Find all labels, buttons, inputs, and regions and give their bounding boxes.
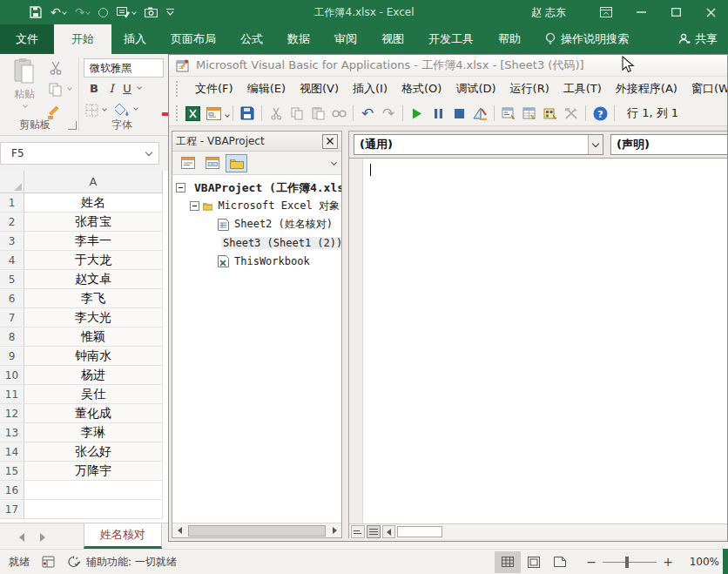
bold-button[interactable]: B (87, 82, 101, 95)
run-icon[interactable] (407, 103, 428, 124)
row-header[interactable]: 7 (0, 308, 24, 328)
save-icon[interactable] (237, 103, 258, 124)
menu-window[interactable]: 窗口(W) (684, 81, 727, 97)
menu-insert[interactable]: 插入(I) (346, 81, 394, 97)
row-header[interactable]: 1 (0, 193, 24, 213)
menu-addins[interactable]: 外接程序(A) (609, 81, 684, 97)
tree-item-excel-objects[interactable]: Microsoft Excel 对象 (172, 197, 341, 215)
page-layout-view-button[interactable] (521, 551, 547, 573)
tab-page-layout[interactable]: 页面布局 (158, 24, 228, 54)
design-mode-icon[interactable] (469, 103, 490, 124)
quick-edit-dropdown-icon[interactable] (132, 10, 138, 15)
share-button[interactable]: 共享 (678, 31, 718, 47)
cell[interactable] (24, 481, 163, 500)
procedure-view-button[interactable] (351, 525, 365, 538)
row-header[interactable]: 2 (0, 213, 24, 232)
properties-window-icon[interactable] (519, 103, 540, 124)
cell[interactable]: 于大龙 (24, 251, 163, 270)
project-scroll-up-icon[interactable] (331, 159, 337, 165)
cell[interactable]: 张么好 (24, 442, 163, 462)
cell[interactable] (24, 500, 163, 519)
circle-icon[interactable] (98, 4, 108, 20)
object-dropdown[interactable]: (通用) (354, 134, 603, 155)
help-icon[interactable]: ? (590, 103, 610, 124)
cell[interactable]: 李大光 (24, 308, 163, 328)
tell-me-search[interactable]: 操作说明搜索 (545, 24, 629, 54)
undo-dropdown-icon[interactable] (62, 10, 67, 15)
row-header[interactable]: 13 (0, 423, 24, 442)
project-explorer-header[interactable]: 工程 - VBAProject (172, 132, 341, 152)
font-color-icon[interactable] (162, 103, 168, 117)
full-module-view-button[interactable] (367, 525, 381, 538)
undo-icon[interactable]: ↶ (357, 103, 378, 124)
row-header[interactable]: 11 (0, 385, 24, 404)
tree-item-sheet3[interactable]: Sheet3 (Sheet1 (2)) (172, 233, 341, 252)
quick-edit-icon[interactable] (117, 4, 136, 20)
code-scrollbar-thumb[interactable] (397, 526, 442, 537)
tab-developer[interactable]: 开发工具 (416, 24, 486, 54)
sheet-nav-left-icon[interactable] (19, 533, 24, 542)
row-header[interactable]: 6 (0, 289, 24, 308)
cell[interactable]: 李琳 (24, 423, 163, 442)
zoom-in-button[interactable]: + (662, 555, 674, 569)
menu-tools[interactable]: 工具(T) (556, 81, 609, 97)
break-icon[interactable] (428, 103, 448, 124)
minimize-button[interactable] (624, 0, 658, 24)
row-header[interactable]: 16 (0, 481, 24, 500)
menu-view[interactable]: 视图(V) (293, 81, 346, 97)
accessibility-status[interactable]: 辅助功能: 一切就绪 (67, 555, 177, 570)
tab-home[interactable]: 开始 (54, 24, 111, 54)
tab-formulas[interactable]: 公式 (228, 24, 275, 54)
fill-color-dropdown-icon[interactable] (132, 106, 138, 110)
tree-item-project[interactable]: VBAProject (工作簿4.xls (172, 179, 341, 197)
column-header-a[interactable]: A (24, 171, 163, 193)
menu-run[interactable]: 运行(R) (503, 81, 556, 97)
borders-icon[interactable] (85, 104, 98, 117)
collapse-icon[interactable] (190, 201, 199, 211)
normal-view-button[interactable] (495, 551, 521, 573)
select-all-corner[interactable] (0, 171, 24, 193)
scroll-left-icon[interactable] (172, 523, 186, 537)
fill-color-icon[interactable] (115, 103, 130, 117)
row-header[interactable]: 12 (0, 404, 24, 423)
cell[interactable]: 姓名 (24, 193, 163, 213)
close-button[interactable] (693, 0, 728, 24)
insert-object-dropdown-icon[interactable] (224, 107, 229, 119)
maximize-button[interactable] (658, 0, 693, 24)
cell[interactable]: 赵文卓 (24, 270, 163, 289)
zoom-slider[interactable] (603, 562, 657, 563)
reset-icon[interactable] (448, 103, 469, 124)
zoom-level[interactable]: 100% (674, 556, 719, 568)
cell[interactable]: 杨进 (24, 366, 163, 385)
cell[interactable]: 李飞 (24, 289, 163, 308)
procedure-dropdown[interactable]: (声明) (610, 134, 728, 155)
underline-dropdown-icon[interactable] (136, 85, 141, 89)
font-name-box[interactable]: 微软雅黑 (84, 58, 164, 78)
user-name[interactable]: 赵 志东 (531, 5, 566, 20)
code-editor[interactable] (349, 158, 728, 523)
borders-dropdown-icon[interactable] (101, 107, 106, 111)
undo-icon[interactable]: ↶ (51, 4, 66, 20)
toggle-folders-button[interactable] (226, 154, 247, 172)
zoom-slider-thumb[interactable] (625, 557, 629, 568)
menu-format[interactable]: 格式(O) (394, 81, 448, 97)
cell[interactable]: 张君宝 (24, 213, 163, 232)
row-header[interactable]: 8 (0, 328, 24, 347)
view-object-button[interactable] (201, 154, 223, 172)
cell[interactable]: 钟南水 (24, 347, 163, 366)
cell[interactable]: 万降宇 (24, 462, 163, 481)
cell[interactable]: 李丰一 (24, 232, 163, 251)
tab-view[interactable]: 视图 (369, 24, 416, 54)
cell[interactable]: 董化成 (24, 404, 163, 423)
toolbar-grip[interactable] (176, 105, 179, 121)
menu-file[interactable]: 文件(F) (188, 81, 240, 97)
clipboard-dialog-launcher-icon[interactable] (68, 121, 77, 130)
project-explorer-icon[interactable] (498, 103, 519, 124)
scroll-right-icon[interactable] (327, 523, 341, 537)
zoom-out-button[interactable]: − (585, 555, 597, 569)
dropdown-arrow-icon[interactable] (588, 135, 603, 154)
tab-data[interactable]: 数据 (275, 24, 322, 54)
view-code-button[interactable] (177, 154, 199, 172)
tab-review[interactable]: 审阅 (322, 24, 369, 54)
customize-qat-icon[interactable] (166, 4, 174, 20)
